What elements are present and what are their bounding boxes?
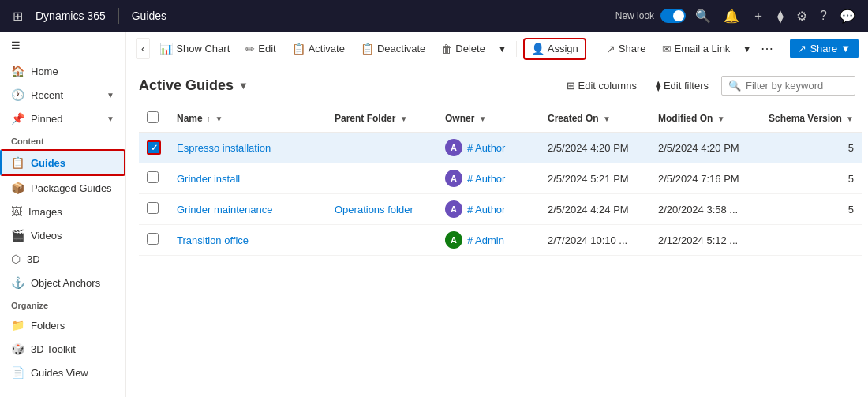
column-created-label: Created On — [548, 113, 599, 124]
column-header-schema[interactable]: Schema Version ▼ — [761, 105, 862, 133]
share-more-dropdown[interactable]: ▼ — [739, 40, 754, 58]
activate-label: Activate — [309, 43, 345, 54]
column-header-name[interactable]: Name ↑ ▼ — [169, 105, 327, 133]
guides-icon: 📋 — [11, 156, 24, 169]
top-nav-right: New look 🔍 🔔 ＋ ⧫ ⚙ ? 💬 — [615, 5, 859, 28]
row-name-link[interactable]: Grinder install — [177, 173, 240, 185]
row-schema-cell: 5 — [761, 133, 862, 163]
packaged-guides-icon: 📦 — [11, 182, 24, 194]
column-owner-label: Owner — [445, 113, 474, 124]
sidebar-item-guides-view[interactable]: 📄 Guides View — [0, 361, 125, 384]
row-checkbox[interactable] — [147, 233, 159, 245]
settings-icon[interactable]: ⚙ — [793, 6, 810, 27]
recent-expand-icon: ▼ — [107, 91, 114, 99]
header-checkbox-cell — [139, 105, 169, 133]
show-chart-button[interactable]: 📊 Show Chart — [153, 39, 236, 59]
row-folder-link[interactable]: Operations folder — [335, 204, 413, 215]
row-checkbox-cell — [139, 163, 169, 194]
email-icon: ✉ — [662, 43, 672, 55]
search-icon[interactable]: 🔍 — [692, 6, 714, 27]
guides-view-icon: 📄 — [11, 366, 24, 379]
owner-link[interactable]: # Author — [467, 204, 505, 215]
email-link-button[interactable]: ✉ Email a Link — [656, 39, 737, 59]
3d-icon: ⬡ — [11, 253, 21, 265]
assign-button[interactable]: 👤 Assign — [523, 38, 586, 60]
column-header-modified[interactable]: Modified On ▼ — [650, 105, 761, 133]
deactivate-button[interactable]: 📋 Deactivate — [354, 39, 432, 59]
top-nav: ⊞ Dynamics 365 Guides New look 🔍 🔔 ＋ ⧫ ⚙… — [0, 0, 868, 32]
row-checkbox[interactable] — [147, 171, 159, 183]
nav-divider — [118, 8, 119, 24]
row-schema-cell: 5 — [761, 163, 862, 194]
back-button[interactable]: ‹ — [136, 38, 150, 59]
chat-icon[interactable]: 💬 — [836, 6, 859, 27]
sidebar-item-home[interactable]: 🏠 Home — [0, 59, 125, 83]
share-button[interactable]: ↗ Share — [600, 39, 653, 59]
apps-icon[interactable]: ⊞ — [9, 6, 26, 27]
row-folder-cell — [327, 163, 437, 194]
activate-button[interactable]: 📋 Activate — [286, 39, 351, 59]
toolbar-divider-1 — [516, 41, 517, 57]
row-name-cell: Grinder install — [169, 163, 327, 194]
chart-icon: 📊 — [159, 43, 173, 55]
row-name-link[interactable]: Grinder maintenance — [177, 204, 272, 215]
notification-icon[interactable]: 🔔 — [720, 6, 743, 27]
more-actions-dropdown[interactable]: ▼ — [495, 40, 510, 58]
share-label: Share — [619, 43, 646, 54]
delete-button[interactable]: 🗑 Delete — [435, 39, 492, 59]
owner-link[interactable]: # Admin — [467, 234, 504, 246]
share-primary-button[interactable]: ↗ Share ▼ — [790, 39, 859, 58]
overflow-menu-button[interactable]: ⋯ — [758, 37, 776, 60]
sidebar-item-pinned[interactable]: 📌 Pinned ▼ — [0, 107, 125, 130]
edit-filters-label: Edit filters — [664, 80, 709, 92]
column-header-folder[interactable]: Parent Folder ▼ — [327, 105, 437, 133]
hamburger-icon[interactable]: ☰ — [0, 32, 125, 59]
filter-icon[interactable]: ⧫ — [774, 6, 787, 27]
edit-columns-button[interactable]: ⊞ Edit columns — [560, 76, 643, 96]
email-link-label: Email a Link — [675, 43, 731, 54]
share-icon: ↗ — [606, 43, 615, 55]
sidebar-item-recent[interactable]: 🕐 Recent ▼ — [0, 83, 125, 107]
row-checkbox[interactable] — [147, 202, 159, 214]
new-look-toggle[interactable] — [660, 9, 686, 23]
sidebar-object-anchors-label: Object Anchors — [31, 277, 100, 289]
show-chart-label: Show Chart — [176, 43, 230, 54]
edit-filters-button[interactable]: ⧫ Edit filters — [649, 76, 715, 96]
owner-link[interactable]: # Author — [467, 142, 505, 154]
row-created-cell: 2/7/2024 10:10 ... — [540, 225, 650, 256]
avatar: A — [445, 231, 462, 249]
row-modified-cell: 2/5/2024 4:20 PM — [650, 133, 761, 163]
sidebar-item-guides[interactable]: 📋 Guides — [0, 149, 125, 176]
sidebar-item-3d[interactable]: ⬡ 3D — [0, 247, 125, 271]
add-icon[interactable]: ＋ — [749, 5, 768, 28]
sidebar-item-videos[interactable]: 🎬 Videos — [0, 223, 125, 247]
column-header-created[interactable]: Created On ▼ — [540, 105, 650, 133]
content-title-text: Active Guides — [139, 77, 234, 94]
share-primary-label: Share — [810, 43, 837, 54]
sidebar-item-packaged-guides[interactable]: 📦 Packaged Guides — [0, 176, 125, 200]
delete-label: Delete — [455, 43, 485, 54]
help-icon[interactable]: ? — [817, 6, 830, 26]
row-checkbox-selected[interactable] — [147, 140, 161, 155]
sidebar-item-folders[interactable]: 📁 Folders — [0, 313, 125, 337]
column-header-owner[interactable]: Owner ▼ — [437, 105, 540, 133]
table-row: Grinder installA# Author2/5/2024 5:21 PM… — [139, 163, 862, 194]
row-name-link[interactable]: Transition office — [177, 234, 249, 246]
share-primary-dropdown-icon: ▼ — [840, 43, 851, 54]
sidebar-pinned-label: Pinned — [31, 113, 62, 125]
sidebar-item-images[interactable]: 🖼 Images — [0, 200, 125, 223]
sidebar-item-object-anchors[interactable]: ⚓ Object Anchors — [0, 271, 125, 294]
header-checkbox[interactable] — [147, 111, 159, 123]
folders-icon: 📁 — [11, 319, 24, 331]
row-folder-cell — [327, 225, 437, 256]
row-name-link[interactable]: Espresso installation — [177, 142, 271, 154]
sidebar-item-3d-toolkit[interactable]: 🎲 3D Toolkit — [0, 337, 125, 361]
row-checkbox-cell — [139, 133, 169, 163]
filter-input[interactable] — [746, 80, 848, 92]
new-look-label: New look — [615, 10, 654, 21]
owner-link[interactable]: # Author — [467, 173, 505, 185]
row-owner-cell: A# Author — [437, 194, 540, 225]
edit-button[interactable]: ✏ Edit — [239, 39, 282, 59]
row-created-cell: 2/5/2024 4:24 PM — [540, 194, 650, 225]
sidebar-3d-label: 3D — [27, 253, 40, 265]
